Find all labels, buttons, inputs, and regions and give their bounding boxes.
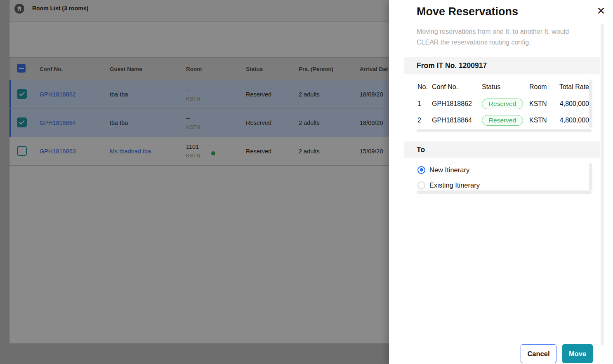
row-index: 2 <box>417 117 432 124</box>
from-column-room: Room <box>529 83 556 91</box>
move-reservations-panel: Move Reservations ✕ Moving reservations … <box>389 0 613 364</box>
cancel-button[interactable]: Cancel <box>521 344 556 363</box>
room-code: KSTN <box>529 100 556 108</box>
from-table-header: No. Conf No. Status Room Total Rate <box>417 82 589 92</box>
panel-title: Move Reservations <box>417 5 518 18</box>
radio-selected-icon[interactable] <box>417 166 425 174</box>
room-code: KSTN <box>529 117 556 124</box>
from-column-status: Status <box>482 83 529 91</box>
total-rate: 4,800,000 <box>556 117 589 124</box>
from-table-row: 1 GPH1818862 Reserved KSTN 4,800,000 <box>417 96 589 112</box>
to-options-horizontal-scrollbar[interactable] <box>417 190 592 194</box>
from-table-vertical-scrollbar[interactable] <box>589 80 592 128</box>
radio-unselected-icon[interactable] <box>417 181 425 189</box>
from-section-heading: From IT No. 1200917 <box>404 57 600 74</box>
from-column-no: No. <box>417 83 432 91</box>
panel-vertical-scrollbar[interactable] <box>601 24 604 345</box>
status-badge: Reserved <box>482 99 523 109</box>
option-label: New Itinerary <box>429 166 469 174</box>
close-icon[interactable]: ✕ <box>594 4 608 17</box>
from-table-row: 2 GPH1818864 Reserved KSTN 4,800,000 <box>417 112 589 129</box>
total-rate: 4,800,000 <box>556 100 589 108</box>
from-table-horizontal-scrollbar[interactable] <box>417 129 592 132</box>
option-new-itinerary[interactable]: New Itinerary <box>417 162 469 177</box>
to-section-heading: To <box>404 141 600 158</box>
from-column-conf-no: Conf No. <box>432 83 482 91</box>
from-column-total-rate: Total Rate <box>556 83 589 91</box>
panel-description: Moving reservations from one It. to anot… <box>417 26 590 48</box>
status-badge: Reserved <box>482 115 523 126</box>
move-button[interactable]: Move <box>562 344 593 363</box>
conf-no: GPH1818864 <box>432 117 482 124</box>
row-index: 1 <box>417 100 432 108</box>
to-options-vertical-scrollbar[interactable] <box>589 163 592 190</box>
conf-no: GPH1818862 <box>432 100 482 108</box>
option-label: Existing Itinerary <box>429 181 480 189</box>
footer-divider <box>389 339 613 339</box>
